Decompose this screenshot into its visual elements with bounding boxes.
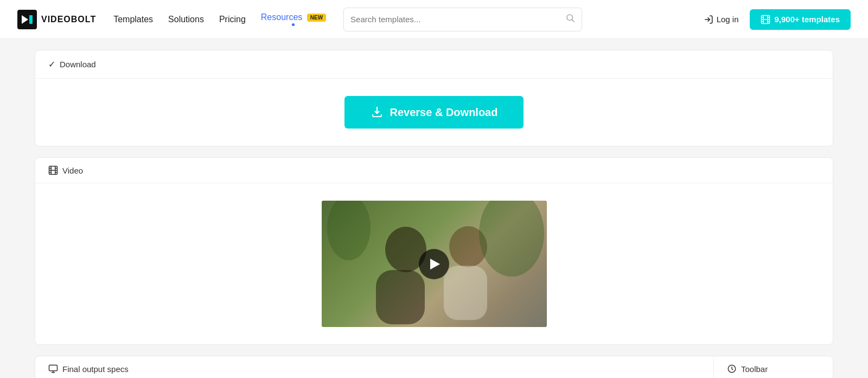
svg-rect-1 <box>29 15 33 24</box>
specs-header-row: Final output specs Toolbar <box>35 356 833 378</box>
toolbar-label: Toolbar <box>741 364 768 374</box>
login-icon <box>704 15 713 24</box>
play-button[interactable] <box>419 249 449 279</box>
nav-pricing[interactable]: Pricing <box>219 15 246 24</box>
main-nav: Templates Solutions Pricing Resources NE… <box>113 12 326 26</box>
video-section-header: Video <box>35 158 833 183</box>
film-icon <box>761 15 770 24</box>
video-section-body <box>35 183 833 344</box>
specs-header-label: Final output specs <box>62 364 129 374</box>
play-icon <box>430 259 440 270</box>
video-section: Video <box>35 157 833 345</box>
header-right: Log in 9,900+ templates <box>704 9 851 30</box>
svg-rect-22 <box>376 270 425 324</box>
main-content: ✓ Download Reverse & Download <box>22 50 846 378</box>
download-header-label: Download <box>60 60 96 69</box>
logo-icon <box>17 10 37 29</box>
search-bar[interactable] <box>343 8 582 31</box>
logo[interactable]: VIDEOBOLT <box>17 10 96 29</box>
specs-header-left: Final output specs <box>35 356 713 378</box>
specs-section: Final output specs Toolbar Duration – 00… <box>35 356 833 378</box>
login-label: Log in <box>717 15 739 24</box>
logo-text: VIDEOBOLT <box>41 15 96 24</box>
search-input[interactable] <box>350 15 561 24</box>
download-section-header: ✓ Download <box>35 50 833 79</box>
video-header-label: Video <box>62 166 83 175</box>
video-thumbnail[interactable] <box>322 201 547 327</box>
toolbar-header: Toolbar <box>713 356 833 378</box>
reverse-download-button[interactable]: Reverse & Download <box>344 96 524 129</box>
svg-point-2 <box>567 15 573 21</box>
download-section: ✓ Download Reverse & Download <box>35 50 833 146</box>
nav-solutions[interactable]: Solutions <box>168 15 204 24</box>
film-small-icon <box>48 165 58 175</box>
toolbar-icon <box>727 364 737 374</box>
download-checkmark-icon: ✓ <box>48 59 55 69</box>
nav-resources-label: Resources <box>261 12 302 22</box>
nav-resources[interactable]: Resources NEW <box>261 12 326 26</box>
download-icon <box>371 106 384 119</box>
svg-rect-24 <box>444 266 487 320</box>
templates-count-button[interactable]: 9,900+ templates <box>750 9 851 30</box>
nav-templates[interactable]: Templates <box>113 15 153 24</box>
svg-point-25 <box>479 201 544 277</box>
svg-rect-27 <box>49 365 58 371</box>
download-section-body: Reverse & Download <box>35 79 833 146</box>
header: VIDEOBOLT Templates Solutions Pricing Re… <box>0 0 868 39</box>
reverse-download-label: Reverse & Download <box>390 106 498 119</box>
login-button[interactable]: Log in <box>704 15 739 24</box>
monitor-icon <box>48 364 58 374</box>
search-icon <box>565 13 575 25</box>
svg-point-26 <box>327 201 371 260</box>
svg-line-3 <box>572 20 574 22</box>
templates-count-label: 9,900+ templates <box>775 15 840 24</box>
new-badge: NEW <box>307 14 326 22</box>
